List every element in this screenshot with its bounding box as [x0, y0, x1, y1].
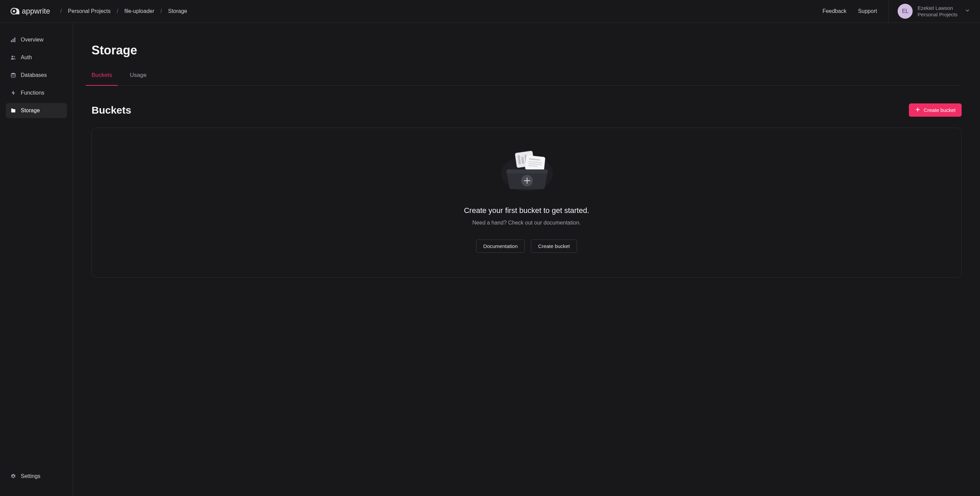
breadcrumb-item-org[interactable]: Personal Projects: [68, 8, 111, 14]
tabs: Buckets Usage: [92, 72, 962, 86]
breadcrumb-sep: /: [60, 8, 62, 14]
sidebar-item-overview[interactable]: Overview: [6, 32, 67, 47]
svg-rect-4: [14, 37, 15, 42]
breadcrumb-item-section[interactable]: Storage: [168, 8, 187, 14]
auth-icon: [11, 55, 16, 60]
sidebar-item-auth[interactable]: Auth: [6, 50, 67, 65]
section-title: Buckets: [92, 105, 131, 116]
sidebar-item-functions[interactable]: Functions: [6, 85, 67, 100]
breadcrumb-sep: /: [161, 8, 162, 14]
section-header: Buckets Create bucket: [92, 103, 962, 117]
functions-icon: [11, 90, 16, 95]
breadcrumb-item-project[interactable]: file-uploader: [124, 8, 154, 14]
appwrite-logo-icon: [10, 8, 20, 15]
layout: Overview Auth: [0, 23, 980, 496]
chevron-down-icon: [965, 8, 970, 14]
header-right: Feedback Support EL Ezekiel Lawson Perso…: [822, 0, 970, 23]
plus-icon: [915, 107, 920, 113]
sidebar: Overview Auth: [0, 23, 73, 496]
overview-icon: [11, 37, 16, 43]
main-content: Storage Buckets Usage Buckets Create buc…: [73, 23, 980, 496]
empty-actions: Documentation Create bucket: [476, 240, 577, 253]
logo-text: appwrite: [22, 7, 50, 16]
svg-point-6: [14, 56, 15, 57]
settings-icon: [11, 474, 16, 479]
tab-usage[interactable]: Usage: [130, 72, 146, 85]
sidebar-top: Overview Auth: [6, 32, 67, 121]
sidebar-item-label: Overview: [21, 37, 43, 43]
breadcrumb: / Personal Projects / file-uploader / St…: [60, 8, 187, 14]
create-bucket-label: Create bucket: [924, 107, 956, 113]
user-menu[interactable]: EL Ezekiel Lawson Personal Projects: [888, 0, 970, 23]
databases-icon: [11, 73, 16, 78]
page-title: Storage: [92, 43, 962, 57]
user-org: Personal Projects: [917, 11, 958, 18]
svg-rect-14: [525, 155, 545, 172]
sidebar-item-storage[interactable]: Storage: [6, 103, 67, 118]
header-left: appwrite / Personal Projects / file-uplo…: [10, 7, 187, 16]
svg-rect-3: [13, 39, 14, 42]
feedback-link[interactable]: Feedback: [822, 8, 846, 14]
breadcrumb-sep: /: [117, 8, 118, 14]
support-link[interactable]: Support: [858, 8, 877, 14]
documentation-button[interactable]: Documentation: [476, 240, 525, 253]
top-header: appwrite / Personal Projects / file-uplo…: [0, 0, 980, 23]
sidebar-item-settings[interactable]: Settings: [6, 469, 67, 484]
svg-point-1: [13, 10, 15, 12]
empty-state: Create your first bucket to get started.…: [92, 127, 962, 278]
sidebar-item-label: Storage: [21, 108, 40, 114]
create-bucket-button[interactable]: Create bucket: [909, 103, 962, 117]
svg-point-7: [11, 73, 15, 75]
empty-title: Create your first bucket to get started.: [464, 206, 589, 215]
sidebar-item-databases[interactable]: Databases: [6, 68, 67, 83]
user-text: Ezekiel Lawson Personal Projects: [917, 5, 958, 18]
user-name: Ezekiel Lawson: [917, 5, 958, 11]
avatar: EL: [898, 4, 913, 19]
sidebar-item-label: Databases: [21, 72, 47, 78]
empty-subtitle: Need a hand? Check out our documentation…: [472, 220, 581, 226]
storage-icon: [11, 108, 16, 113]
tab-buckets[interactable]: Buckets: [92, 72, 112, 85]
svg-point-5: [11, 56, 13, 57]
logo[interactable]: appwrite: [10, 7, 50, 16]
sidebar-item-label: Auth: [21, 54, 32, 60]
empty-illustration: [498, 147, 556, 196]
create-bucket-secondary-button[interactable]: Create bucket: [531, 240, 577, 253]
svg-rect-2: [11, 40, 12, 42]
sidebar-item-label: Settings: [21, 473, 40, 479]
sidebar-item-label: Functions: [21, 90, 44, 96]
